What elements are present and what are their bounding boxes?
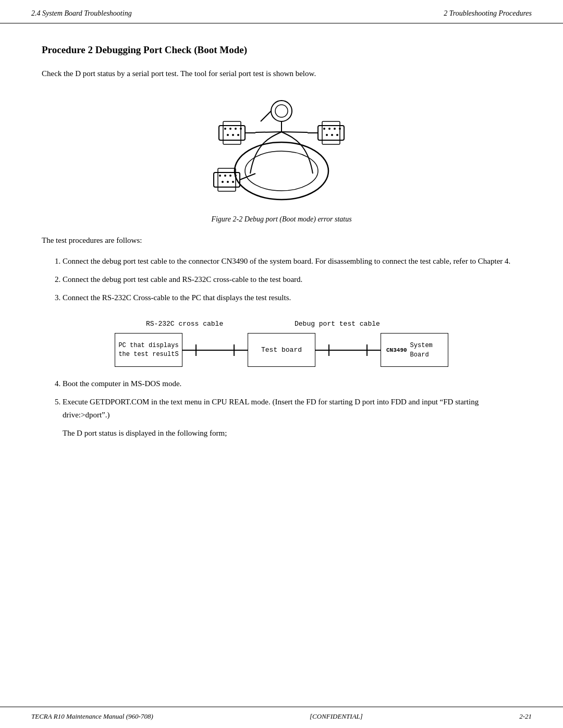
svg-rect-1 bbox=[223, 121, 241, 144]
header-right: 2 Troubleshooting Procedures bbox=[444, 9, 532, 18]
svg-point-18 bbox=[328, 128, 331, 130]
system-label-line2: Board bbox=[410, 350, 433, 360]
tick-right bbox=[234, 344, 235, 356]
debug-port-figure-svg bbox=[203, 90, 360, 210]
test-procedures-intro: The test procedures are follows: bbox=[42, 234, 521, 246]
step-1: Connect the debug port test cable to the… bbox=[63, 255, 521, 268]
page-footer: TECRA R10 Maintenance Manual (960-708) [… bbox=[0, 707, 563, 728]
figure-container: Figure 2-2 Debug port (Boot mode) error … bbox=[42, 90, 521, 224]
header-left: 2.4 System Board Troubleshooting bbox=[31, 9, 132, 18]
connector-line-left bbox=[182, 350, 248, 351]
svg-line-37 bbox=[282, 132, 308, 132]
steps-list: Connect the debug port test cable to the… bbox=[63, 255, 521, 304]
svg-point-5 bbox=[235, 128, 237, 130]
cn3490-label: CN3490 bbox=[386, 346, 407, 355]
box-pc: PC that displays the test resultS bbox=[115, 333, 182, 367]
svg-point-6 bbox=[240, 128, 242, 130]
svg-rect-15 bbox=[322, 121, 340, 144]
svg-point-35 bbox=[245, 151, 318, 191]
main-content: Procedure 2 Debugging Port Check (Boot M… bbox=[0, 23, 563, 471]
system-label-line1: System bbox=[410, 341, 433, 350]
svg-line-13 bbox=[261, 111, 271, 121]
page-header: 2.4 System Board Troubleshooting 2 Troub… bbox=[0, 0, 563, 23]
diagram-label-row: RS-232C cross cable Debug port test cabl… bbox=[115, 314, 448, 328]
steps-list-2: Boot the computer in MS-DOS mode. Execut… bbox=[63, 377, 521, 421]
box-pc-line1: PC that displays bbox=[118, 341, 178, 350]
box-pc-line2: the test resultS bbox=[118, 350, 178, 359]
footer-right: 2-21 bbox=[519, 712, 532, 721]
diagram-boxes-row: PC that displays the test resultS Test b… bbox=[115, 333, 448, 367]
diagram-container: RS-232C cross cable Debug port test cabl… bbox=[42, 314, 521, 367]
label-debug-cable: Debug port test cable bbox=[295, 320, 380, 328]
svg-point-32 bbox=[227, 181, 229, 183]
svg-point-29 bbox=[229, 175, 231, 177]
svg-point-7 bbox=[227, 134, 229, 136]
intro-text: Check the D port status by a serial port… bbox=[42, 67, 521, 80]
tick-right-left bbox=[328, 344, 329, 356]
tick-left bbox=[195, 344, 197, 356]
page-container: 2.4 System Board Troubleshooting 2 Troub… bbox=[0, 0, 563, 728]
svg-point-31 bbox=[222, 181, 224, 183]
svg-rect-25 bbox=[218, 168, 236, 191]
svg-point-8 bbox=[232, 134, 234, 136]
svg-point-11 bbox=[275, 105, 288, 117]
step-2: Connect the debug port test cable and RS… bbox=[63, 273, 521, 286]
step-4: Boot the computer in MS-DOS mode. bbox=[63, 377, 521, 390]
svg-point-22 bbox=[331, 134, 333, 136]
svg-point-9 bbox=[237, 134, 239, 136]
step-5: Execute GETDPORT.COM in the text menu in… bbox=[63, 396, 521, 422]
svg-line-36 bbox=[255, 132, 282, 132]
svg-point-28 bbox=[224, 175, 226, 177]
svg-point-3 bbox=[224, 128, 226, 130]
figure-image bbox=[203, 90, 360, 210]
procedure-heading: Procedure 2 Debugging Port Check (Boot M… bbox=[42, 44, 521, 56]
svg-point-17 bbox=[323, 128, 325, 130]
label-rs232c: RS-232C cross cable bbox=[146, 320, 223, 328]
svg-point-19 bbox=[334, 128, 336, 130]
svg-point-21 bbox=[326, 134, 328, 136]
tick-right-right bbox=[366, 344, 368, 356]
svg-point-20 bbox=[339, 128, 341, 130]
figure-caption: Figure 2-2 Debug port (Boot mode) error … bbox=[211, 215, 351, 224]
connector-line-right bbox=[315, 350, 381, 351]
box-testboard: Test board bbox=[248, 333, 315, 367]
dport-status: The D port status is displayed in the fo… bbox=[63, 427, 521, 439]
svg-point-33 bbox=[232, 181, 234, 183]
svg-point-23 bbox=[336, 134, 338, 136]
step-3: Connect the RS-232C Cross-cable to the P… bbox=[63, 291, 521, 304]
footer-left: TECRA R10 Maintenance Manual (960-708) bbox=[31, 712, 153, 721]
svg-point-27 bbox=[219, 175, 221, 177]
svg-point-4 bbox=[229, 128, 231, 130]
footer-center: [CONFIDENTIAL] bbox=[310, 712, 363, 721]
svg-point-10 bbox=[271, 101, 292, 121]
box-system-board: CN3490 System Board bbox=[381, 333, 448, 367]
